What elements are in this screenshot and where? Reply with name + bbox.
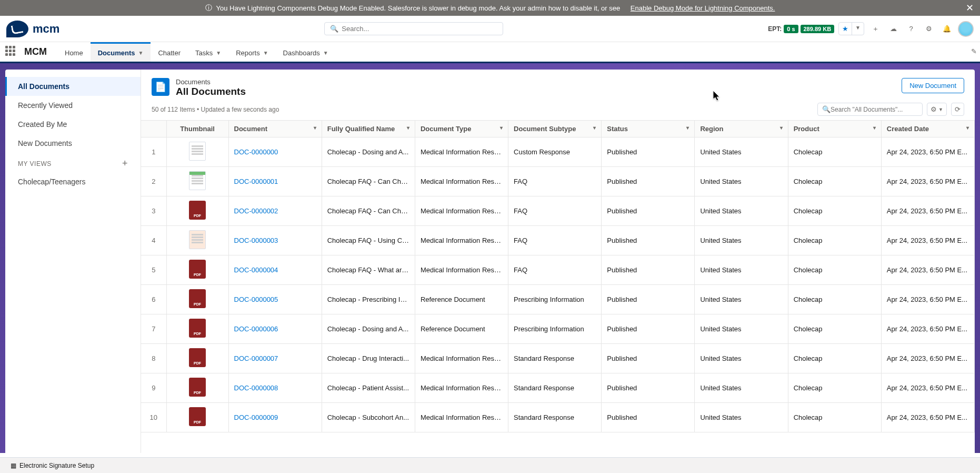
gear-icon: ⚙ (931, 105, 937, 113)
sidebar-view-item[interactable]: Cholecap/Teenagers (5, 172, 141, 191)
document-link[interactable]: DOC-0000006 (234, 325, 278, 333)
table-row[interactable]: 6DOC-0000005Cholecap - Prescribing In...… (141, 285, 975, 314)
edit-nav-icon[interactable]: ✎ (971, 47, 977, 55)
cell-thumbnail[interactable] (166, 285, 228, 314)
document-link[interactable]: DOC-0000001 (234, 178, 278, 185)
table-row[interactable]: 2DOC-0000001Cholecap FAQ - Can Chol...Me… (141, 167, 975, 196)
col-header-thumbnail[interactable]: Thumbnail (166, 121, 228, 137)
cell-thumbnail[interactable] (166, 344, 228, 373)
global-search[interactable]: 🔍 (324, 22, 503, 35)
table-row[interactable]: 8DOC-0000007Cholecap - Drug Interacti...… (141, 344, 975, 373)
nav-tab-label: Dashboards (283, 49, 320, 57)
cell-thumbnail[interactable] (166, 403, 228, 432)
app-launcher-icon[interactable] (5, 46, 18, 58)
cell-thumbnail[interactable] (166, 196, 228, 226)
document-link[interactable]: DOC-0000005 (234, 295, 278, 303)
cell-status: Published (602, 167, 695, 196)
cell-thumbnail[interactable] (166, 167, 228, 196)
chevron-down-icon[interactable]: ▼ (216, 50, 221, 56)
document-link[interactable]: DOC-0000000 (234, 148, 278, 156)
add-view-icon[interactable]: + (122, 158, 128, 169)
col-header-fully-qualified-name[interactable]: Fully Qualified Name▾ (322, 121, 415, 137)
table-row[interactable]: 9DOC-0000008Cholecap - Patient Assist...… (141, 373, 975, 403)
sort-caret-icon[interactable]: ▾ (407, 125, 409, 131)
sort-caret-icon[interactable]: ▾ (780, 125, 783, 131)
col-header-document[interactable]: Document▾ (228, 121, 322, 137)
logo[interactable]: mcm (6, 21, 59, 37)
sidebar-item-all-documents[interactable]: All Documents (5, 77, 141, 96)
add-icon[interactable]: ＋ (868, 22, 882, 36)
sidebar-item-new-documents[interactable]: New Documents (5, 134, 141, 153)
col-header-document-subtype[interactable]: Document Subtype▾ (508, 121, 602, 137)
table-row[interactable]: 10DOC-0000009Cholecap - Subcohort An...M… (141, 403, 975, 432)
salesforce-help-icon[interactable]: ☁ (886, 22, 900, 36)
star-icon[interactable]: ★ (839, 23, 852, 35)
table-row[interactable]: 3DOC-0000002Cholecap FAQ - Can Chol...Me… (141, 196, 975, 226)
nav-tab-documents[interactable]: Documents▼ (91, 42, 151, 62)
nav-tab-label: Reports (236, 49, 260, 57)
document-link[interactable]: DOC-0000007 (234, 354, 278, 362)
col-header-status[interactable]: Status▾ (602, 121, 695, 137)
user-avatar[interactable] (958, 21, 974, 37)
col-label: Document Type (421, 125, 472, 133)
cell-thumbnail[interactable] (166, 226, 228, 255)
document-link[interactable]: DOC-0000003 (234, 236, 278, 244)
nav-tab-tasks[interactable]: Tasks▼ (188, 42, 228, 62)
cell-document: DOC-0000008 (228, 373, 322, 403)
sort-caret-icon[interactable]: ▾ (314, 125, 316, 131)
table-row[interactable]: 1DOC-0000000Cholecap - Dosing and A...Me… (141, 137, 975, 167)
sort-caret-icon[interactable]: ▾ (686, 125, 689, 131)
row-number: 4 (141, 226, 166, 255)
list-settings-button[interactable]: ⚙ ▼ (927, 103, 947, 116)
cell-document: DOC-0000006 (228, 314, 322, 344)
nav-tab-chatter[interactable]: Chatter (151, 42, 188, 62)
nav-tab-home[interactable]: Home (57, 42, 91, 62)
refresh-button[interactable]: ⟳ (951, 103, 964, 116)
thumbnail-icon (189, 260, 206, 279)
thumbnail-icon (189, 171, 206, 190)
cell-document: DOC-0000001 (228, 167, 322, 196)
cell-thumbnail[interactable] (166, 137, 228, 167)
listview-search-input[interactable] (831, 106, 918, 113)
nav-tab-dashboards[interactable]: Dashboards▼ (276, 42, 336, 62)
sidebar-item-recently-viewed[interactable]: Recently Viewed (5, 96, 141, 115)
row-number: 1 (141, 137, 166, 167)
chevron-down-icon[interactable]: ▼ (323, 50, 328, 56)
notifications-icon[interactable]: 🔔 (940, 22, 954, 36)
document-link[interactable]: DOC-0000002 (234, 207, 278, 215)
sort-caret-icon[interactable]: ▾ (593, 125, 596, 131)
table-row[interactable]: 4DOC-0000003Cholecap FAQ - Using Ch...Me… (141, 226, 975, 255)
document-link[interactable]: DOC-0000008 (234, 384, 278, 392)
col-header-created-date[interactable]: Created Date▾ (881, 121, 974, 137)
col-header-product[interactable]: Product▾ (788, 121, 881, 137)
listview-search[interactable]: 🔍 (817, 103, 923, 116)
document-link[interactable]: DOC-0000009 (234, 413, 278, 421)
cell-thumbnail[interactable] (166, 314, 228, 344)
sort-caret-icon[interactable]: ▾ (500, 125, 503, 131)
setup-gear-icon[interactable]: ⚙ (922, 22, 936, 36)
sort-caret-icon[interactable]: ▾ (966, 125, 969, 131)
col-header-document-type[interactable]: Document Type▾ (415, 121, 508, 137)
banner-link[interactable]: Enable Debug Mode for Lightning Componen… (631, 4, 775, 12)
cell-thumbnail[interactable] (166, 255, 228, 285)
table-row[interactable]: 7DOC-0000006Cholecap - Dosing and A...Re… (141, 314, 975, 344)
cell-created: Apr 24, 2023, 6:50 PM E... (881, 373, 974, 403)
nav-tab-reports[interactable]: Reports▼ (228, 42, 275, 62)
col-header-region[interactable]: Region▾ (695, 121, 788, 137)
favorite-control[interactable]: ★ ▼ (838, 22, 864, 35)
chevron-down-icon[interactable]: ▼ (852, 23, 864, 35)
chevron-down-icon[interactable]: ▼ (263, 50, 268, 56)
sort-caret-icon[interactable]: ▾ (873, 125, 876, 131)
cell-thumbnail[interactable] (166, 373, 228, 403)
sidebar-item-created-by-me[interactable]: Created By Me (5, 115, 141, 134)
new-document-button[interactable]: New Document (902, 78, 964, 93)
banner-text: You Have Lightning Components Debug Mode… (216, 4, 621, 12)
global-search-input[interactable] (342, 25, 497, 33)
table-row[interactable]: 5DOC-0000004Cholecap FAQ - What are...Me… (141, 255, 975, 285)
close-icon[interactable]: ✕ (966, 2, 974, 14)
help-icon[interactable]: ? (904, 22, 918, 36)
document-link[interactable]: DOC-0000004 (234, 266, 278, 274)
search-icon: 🔍 (822, 105, 831, 113)
chevron-down-icon[interactable]: ▼ (138, 50, 143, 56)
cell-product: Cholecap (788, 373, 881, 403)
